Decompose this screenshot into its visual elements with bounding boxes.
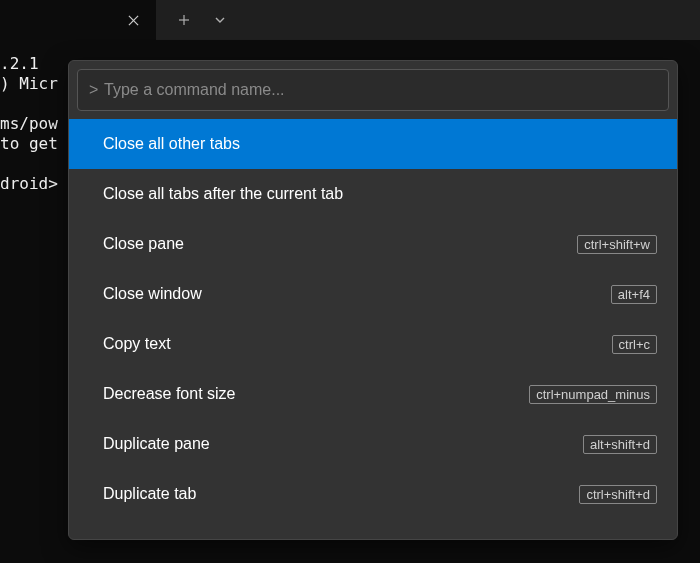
command-label: Close window: [103, 285, 202, 303]
command-item-copy-text[interactable]: Copy text ctrl+c: [69, 319, 677, 369]
command-item-decrease-font[interactable]: Decrease font size ctrl+numpad_minus: [69, 369, 677, 419]
tab-dropdown-button[interactable]: [202, 0, 238, 40]
titlebar-actions: [156, 0, 238, 40]
command-shortcut: alt+f4: [611, 285, 657, 304]
command-palette: > Close all other tabs Close all tabs af…: [68, 60, 678, 540]
close-icon[interactable]: [118, 8, 148, 32]
command-item-duplicate-pane[interactable]: Duplicate pane alt+shift+d: [69, 419, 677, 469]
command-shortcut: alt+shift+d: [583, 435, 657, 454]
plus-icon: [178, 14, 190, 26]
command-list: Close all other tabs Close all tabs afte…: [77, 119, 669, 519]
search-wrap: >: [77, 69, 669, 111]
command-label: Close pane: [103, 235, 184, 253]
command-label: Decrease font size: [103, 385, 236, 403]
command-item-close-window[interactable]: Close window alt+f4: [69, 269, 677, 319]
command-item-close-tabs-after[interactable]: Close all tabs after the current tab: [69, 169, 677, 219]
chevron-down-icon: [214, 14, 226, 26]
command-item-close-other-tabs[interactable]: Close all other tabs: [69, 119, 677, 169]
terminal-line: .2.1: [0, 54, 39, 73]
terminal-line: droid>: [0, 174, 58, 193]
terminal-line: ) Micr: [0, 74, 58, 93]
command-item-close-pane[interactable]: Close pane ctrl+shift+w: [69, 219, 677, 269]
command-shortcut: ctrl+c: [612, 335, 657, 354]
command-shortcut: ctrl+numpad_minus: [529, 385, 657, 404]
command-label: Close all tabs after the current tab: [103, 185, 343, 203]
command-label: Duplicate pane: [103, 435, 210, 453]
command-shortcut: ctrl+shift+d: [579, 485, 657, 504]
terminal-line: ms/pow: [0, 114, 58, 133]
titlebar: [0, 0, 700, 40]
terminal-line: to get: [0, 134, 58, 153]
command-label: Close all other tabs: [103, 135, 240, 153]
command-shortcut: ctrl+shift+w: [577, 235, 657, 254]
command-label: Duplicate tab: [103, 485, 196, 503]
command-label: Copy text: [103, 335, 171, 353]
command-search-input[interactable]: [77, 69, 669, 111]
new-tab-button[interactable]: [166, 0, 202, 40]
command-item-duplicate-tab[interactable]: Duplicate tab ctrl+shift+d: [69, 469, 677, 519]
tab[interactable]: [0, 0, 156, 40]
